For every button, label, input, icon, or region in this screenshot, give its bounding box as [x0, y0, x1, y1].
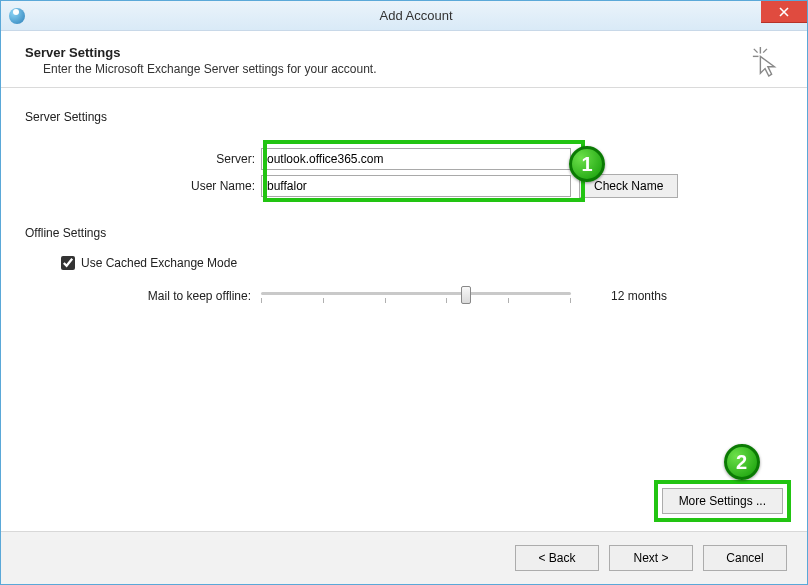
- content-area: Server Settings Enter the Microsoft Exch…: [1, 31, 807, 308]
- app-icon: [9, 8, 25, 24]
- check-name-button[interactable]: Check Name: [579, 174, 678, 198]
- cached-mode-checkbox[interactable]: [61, 256, 75, 270]
- close-icon: [779, 7, 789, 17]
- server-input[interactable]: [261, 148, 571, 170]
- section-server-settings: Server Settings: [25, 110, 783, 124]
- titlebar: Add Account: [1, 1, 807, 31]
- cancel-button[interactable]: Cancel: [703, 545, 787, 571]
- mail-offline-label: Mail to keep offline:: [25, 289, 261, 303]
- cursor-wizard-icon: [751, 45, 781, 79]
- page-title: Server Settings: [25, 45, 751, 60]
- next-button[interactable]: Next >: [609, 545, 693, 571]
- back-button[interactable]: < Back: [515, 545, 599, 571]
- mail-offline-value: 12 months: [611, 289, 667, 303]
- username-input[interactable]: [261, 175, 571, 197]
- footer: < Back Next > Cancel: [1, 532, 807, 584]
- server-label: Server:: [65, 152, 261, 166]
- divider: [1, 87, 807, 88]
- annotation-badge-2: 2: [724, 444, 760, 480]
- svg-line-3: [763, 49, 767, 53]
- slider-thumb[interactable]: [461, 286, 471, 304]
- mail-offline-slider[interactable]: [261, 284, 571, 308]
- page-subtitle: Enter the Microsoft Exchange Server sett…: [43, 62, 751, 76]
- window-title: Add Account: [25, 8, 807, 23]
- username-label: User Name:: [65, 179, 261, 193]
- close-button[interactable]: [761, 1, 807, 23]
- more-settings-button[interactable]: More Settings ...: [662, 488, 783, 514]
- svg-line-2: [754, 49, 758, 53]
- section-offline-settings: Offline Settings: [25, 226, 783, 240]
- cached-mode-label: Use Cached Exchange Mode: [81, 256, 237, 270]
- cached-mode-row[interactable]: Use Cached Exchange Mode: [61, 256, 783, 270]
